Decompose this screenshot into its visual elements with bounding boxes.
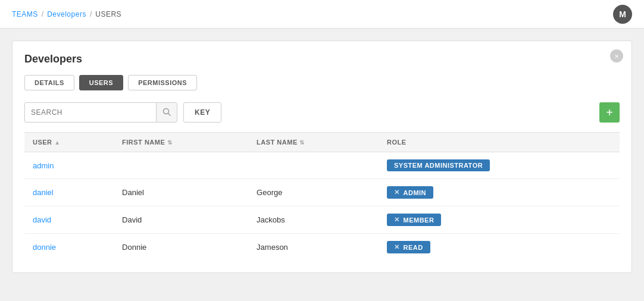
users-table: USER ▲ FIRST NAME ⇅ LAST NAME ⇅ ROLE adm… [24,132,620,261]
table-row: danielDanielGeorge✕ADMIN [24,179,620,206]
col-role: ROLE [379,133,620,152]
breadcrumb-sep-1: / [42,10,43,18]
sort-firstname-icon: ⇅ [167,139,173,146]
avatar[interactable]: M [613,5,632,24]
top-bar: TEAMS / Developers / USERS M [0,0,644,29]
role-badge: ✕MEMBER [387,214,441,226]
role-badge: ✕ADMIN [387,186,433,199]
sort-lastname-icon: ⇅ [299,139,305,146]
cell-role: SYSTEM ADMINISTRATOR [379,152,620,179]
breadcrumb-sep-2: / [90,10,92,18]
role-label: ADMIN [404,189,427,196]
user-link[interactable]: daniel [33,188,54,197]
col-last-name: LAST NAME ⇅ [248,133,379,152]
cell-first-name [114,152,248,179]
cell-user: admin [24,152,114,179]
remove-role-icon[interactable]: ✕ [394,216,400,224]
user-link[interactable]: admin [33,161,54,170]
cell-last-name: Jackobs [248,206,379,234]
role-label: SYSTEM ADMINISTRATOR [394,162,483,169]
card-title: Developers [24,53,620,65]
role-badge: SYSTEM ADMINISTRATOR [387,159,490,171]
user-link[interactable]: david [33,215,51,224]
search-input[interactable] [25,108,156,117]
col-first-name: FIRST NAME ⇅ [114,133,248,152]
cell-user: donnie [24,234,114,261]
table-row: adminSYSTEM ADMINISTRATOR [24,152,620,179]
search-button[interactable] [156,103,177,122]
close-button[interactable]: × [610,49,623,62]
col-user: USER ▲ [24,133,114,152]
cell-last-name [248,152,379,179]
user-link[interactable]: donnie [33,243,56,252]
breadcrumb-teams[interactable]: TEAMS [12,10,38,18]
main-content: Developers × DETAILS USERS PERMISSIONS K… [0,29,644,285]
remove-role-icon[interactable]: ✕ [394,243,400,251]
sort-user-icon: ▲ [54,139,60,146]
remove-role-icon[interactable]: ✕ [394,189,400,196]
tabs-container: DETAILS USERS PERMISSIONS [24,75,620,90]
cell-role: ✕MEMBER [379,206,620,234]
table-header-row: USER ▲ FIRST NAME ⇅ LAST NAME ⇅ ROLE [24,133,620,152]
cell-role: ✕READ [379,234,620,261]
search-icon [162,108,171,116]
tab-users[interactable]: USERS [79,75,123,90]
cell-user: david [24,206,114,234]
role-badge: ✕READ [387,241,430,253]
breadcrumb-users: USERS [95,10,121,18]
cell-first-name: Daniel [114,179,248,206]
role-label: MEMBER [404,217,434,224]
cell-first-name: David [114,206,248,234]
key-button[interactable]: KEY [183,102,221,123]
table-row: donnieDonnieJameson✕READ [24,234,620,261]
cell-role: ✕ADMIN [379,179,620,206]
tab-details[interactable]: DETAILS [24,75,74,90]
tab-permissions[interactable]: PERMISSIONS [128,75,197,90]
breadcrumb-developers[interactable]: Developers [47,10,86,18]
breadcrumb: TEAMS / Developers / USERS [12,10,121,18]
toolbar: KEY + [24,102,620,123]
cell-first-name: Donnie [114,234,248,261]
cell-last-name: Jameson [248,234,379,261]
card: Developers × DETAILS USERS PERMISSIONS K… [12,40,632,273]
cell-last-name: George [248,179,379,206]
role-label: READ [404,244,423,251]
search-wrapper [24,102,177,123]
svg-line-1 [168,113,171,115]
table-row: davidDavidJackobs✕MEMBER [24,206,620,234]
cell-user: daniel [24,179,114,206]
add-button[interactable]: + [599,102,620,123]
